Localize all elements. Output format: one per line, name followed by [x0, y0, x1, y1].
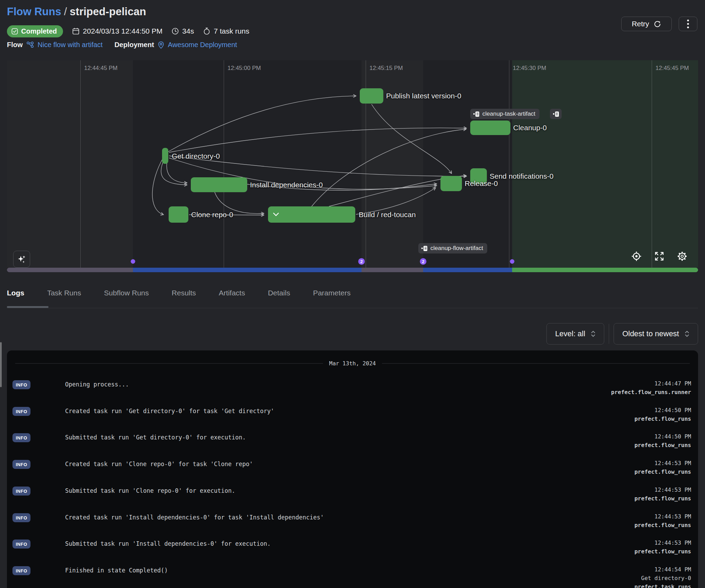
task-run-count: 7 task runs: [203, 27, 249, 35]
breadcrumb: Flow Runs/striped-pelican: [7, 6, 146, 18]
artifact-badge-cleanup-task[interactable]: cleanup-task-artifact: [470, 109, 539, 119]
minimap-segment: [423, 268, 512, 272]
task-node-label: Install dependencies-0: [250, 181, 323, 189]
task-node-cleanup[interactable]: [470, 121, 510, 135]
recenter-target-icon[interactable]: [631, 251, 642, 262]
timeline-minimap[interactable]: [7, 268, 698, 272]
task-node-label: Get directory-0: [172, 152, 220, 160]
log-logger: prefect.flow_runs: [634, 495, 691, 502]
page-scrollbar[interactable]: [0, 342, 2, 387]
artifact-marker-count[interactable]: 2: [420, 258, 427, 265]
task-node-label: Cleanup-0: [513, 124, 547, 132]
graph-settings-gear-icon[interactable]: [677, 251, 688, 262]
deployment-pin-icon: [158, 41, 164, 49]
log-sort-select[interactable]: Oldest to newest: [614, 323, 698, 345]
artifact-marker[interactable]: [510, 259, 515, 264]
log-level-badge: INFO: [12, 407, 30, 416]
task-node-release[interactable]: [440, 176, 462, 191]
log-level-badge: INFO: [12, 487, 30, 496]
log-logger: prefect.flow_runs: [634, 548, 691, 555]
log-timestamp: 12:44:53 PM: [654, 513, 691, 520]
log-level-badge: INFO: [12, 566, 30, 575]
breadcrumb-flow-runs-link[interactable]: Flow Runs: [7, 6, 61, 18]
tab-details[interactable]: Details: [268, 289, 290, 297]
run-meta-row: Completed 2024/03/13 12:44:50 PM 34s 7 t…: [7, 24, 249, 38]
retry-refresh-icon: [653, 20, 661, 28]
artifact-badge-cleanup-flow[interactable]: cleanup-flow-artifact: [418, 243, 487, 253]
log-logger: prefect.task_runs: [634, 583, 691, 588]
more-actions-button[interactable]: [679, 17, 697, 31]
chevron-updown-icon: [685, 330, 689, 337]
header-actions: Retry: [621, 17, 697, 31]
retry-button[interactable]: Retry: [621, 17, 672, 31]
tab-artifacts[interactable]: Artifacts: [219, 289, 245, 297]
logs-panel: Mar 13th, 2024 INFO Opening process... 1…: [7, 350, 698, 588]
log-date: Mar 13th, 2024: [329, 360, 376, 367]
task-node-clone-repo[interactable]: [169, 206, 188, 223]
log-level-select[interactable]: Level: all: [546, 323, 604, 345]
subflow-node-label: Build / red-toucan: [359, 211, 416, 219]
log-level-badge: INFO: [12, 460, 30, 469]
log-message: Opening process...: [65, 379, 611, 390]
minimap-segment: [7, 268, 133, 272]
task-node-install-dependencies[interactable]: [191, 177, 247, 192]
task-node-get-directory[interactable]: [162, 148, 168, 164]
log-message: Created task run 'Clone repo-0' for task…: [65, 459, 634, 470]
fullscreen-icon[interactable]: [654, 251, 664, 261]
log-row: INFO Submitted task run 'Clone repo-0' f…: [12, 485, 691, 512]
minimap-segment: [362, 268, 423, 272]
log-message: Submitted task run 'Get directory-0' for…: [65, 432, 634, 443]
clock-icon: [171, 27, 179, 35]
task-run-graph[interactable]: 12:44:45 PM 12:45:00 PM 12:45:15 PM 12:4…: [7, 60, 698, 272]
minimap-segment: [133, 268, 362, 272]
artifact-icon: [473, 112, 479, 117]
task-node-publish-latest-version[interactable]: [360, 88, 383, 104]
task-node-label: Release-0: [465, 179, 498, 188]
artifact-icon: [553, 112, 559, 117]
task-runs-icon: [203, 27, 211, 35]
breadcrumb-separator: /: [64, 6, 67, 18]
log-level-badge: INFO: [12, 433, 30, 442]
log-timestamp: 12:44:47 PM: [654, 380, 691, 387]
log-logger: prefect.flow_runs: [634, 522, 691, 528]
artifact-marker-count[interactable]: 2: [358, 258, 365, 265]
check-square-icon: [11, 28, 18, 35]
log-timestamp: 12:44:53 PM: [654, 460, 691, 466]
log-message: Submitted task run 'Clone repo-0' for ex…: [65, 485, 634, 496]
graph-ai-sparkles-button[interactable]: [13, 251, 30, 268]
kebab-menu-icon: [687, 19, 689, 29]
tab-logs[interactable]: Logs: [7, 289, 24, 297]
log-message: Created task run 'Install dependencies-0…: [65, 512, 634, 523]
log-row: INFO Created task run 'Clone repo-0' for…: [12, 459, 691, 485]
log-logger: prefect.flow_runs: [634, 416, 691, 422]
artifact-badge-icon-only[interactable]: [550, 109, 562, 119]
chevron-down-icon[interactable]: [273, 212, 279, 216]
tab-results[interactable]: Results: [172, 289, 196, 297]
artifact-marker[interactable]: [131, 259, 135, 264]
log-message: Created task run 'Get directory-0' for t…: [65, 406, 634, 417]
flow-deployment-row: Flow Nice flow with artifact Deployment …: [7, 41, 237, 49]
log-row: INFO Opening process... 12:44:47 PM pref…: [12, 379, 691, 406]
tab-subflow-runs[interactable]: Subflow Runs: [104, 289, 149, 297]
tab-task-runs[interactable]: Task Runs: [47, 289, 81, 297]
log-row: INFO Created task run 'Get directory-0' …: [12, 406, 691, 433]
tabs-divider: [7, 308, 698, 308]
log-timestamp: 12:44:50 PM: [654, 433, 691, 440]
log-timestamp: 12:44:53 PM: [654, 540, 691, 546]
log-task-run-name: Get directory-0: [641, 575, 691, 581]
artifact-icon: [421, 246, 427, 251]
subflow-node-build-red-toucan[interactable]: [268, 206, 355, 223]
flow-name-link[interactable]: Nice flow with artifact: [38, 41, 103, 49]
deployment-name-link[interactable]: Awesome Deployment: [168, 41, 237, 49]
log-timestamp: 12:44:53 PM: [654, 487, 691, 493]
log-logger: prefect.flow_runs: [634, 469, 691, 475]
tab-parameters[interactable]: Parameters: [313, 289, 351, 297]
log-logger: prefect.flow_runs: [634, 442, 691, 448]
log-row: INFO Finished in state Completed() 12:44…: [12, 565, 691, 588]
flow-label: Flow: [7, 41, 23, 49]
log-timestamp: 12:44:54 PM: [654, 566, 691, 573]
sparkles-icon: [17, 255, 27, 264]
flow-icon: [26, 41, 34, 48]
log-message: Submitted task run 'Install dependencies…: [65, 538, 634, 549]
log-logger: prefect.flow_runs.runner: [611, 389, 691, 395]
